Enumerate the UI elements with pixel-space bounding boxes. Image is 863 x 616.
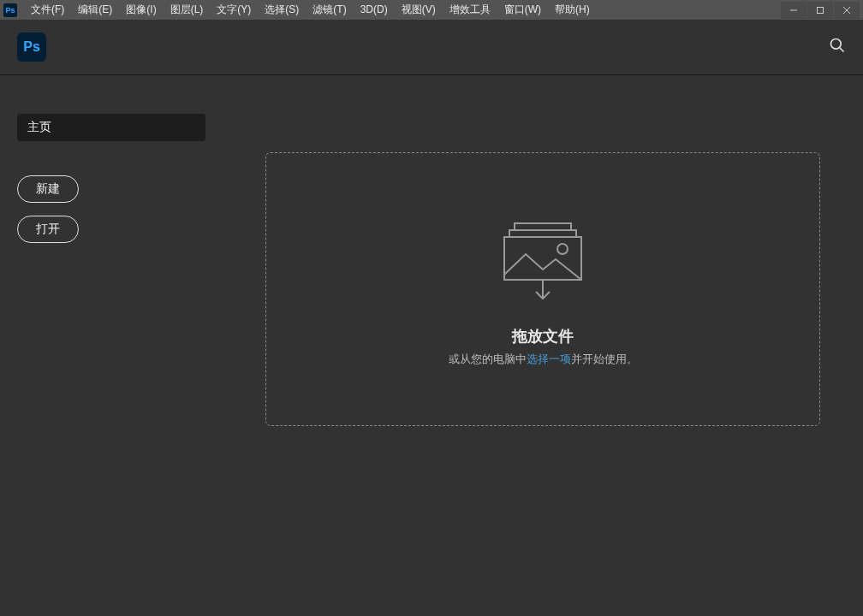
window-controls: [780, 2, 860, 19]
menu-window[interactable]: 窗口(W): [497, 0, 548, 20]
app-icon: Ps: [3, 3, 17, 17]
svg-rect-1: [818, 7, 824, 13]
ps-logo[interactable]: Ps: [17, 33, 46, 62]
close-icon: [842, 6, 851, 15]
app-header: Ps: [0, 20, 863, 75]
svg-rect-7: [509, 230, 576, 237]
minimize-button[interactable]: [781, 2, 806, 19]
drop-title: 拖放文件: [512, 326, 574, 346]
drop-zone[interactable]: 拖放文件 或从您的电脑中选择一项并开始使用。: [265, 152, 820, 426]
maximize-button[interactable]: [807, 2, 833, 19]
menu-3d[interactable]: 3D(D): [354, 0, 395, 20]
menu-edit[interactable]: 编辑(E): [71, 0, 119, 20]
main-content: 拖放文件 或从您的电脑中选择一项并开始使用。: [223, 75, 863, 616]
search-icon: [829, 37, 846, 54]
search-button[interactable]: [829, 37, 846, 57]
menu-layer[interactable]: 图层(L): [164, 0, 211, 20]
new-button[interactable]: 新建: [17, 175, 79, 203]
svg-rect-6: [515, 223, 571, 230]
drop-sub-prefix: 或从您的电脑中: [449, 352, 527, 365]
open-button[interactable]: 打开: [17, 216, 79, 243]
drop-subtitle: 或从您的电脑中选择一项并开始使用。: [449, 352, 638, 367]
minimize-icon: [789, 6, 798, 15]
svg-point-4: [831, 39, 842, 50]
menu-filter[interactable]: 滤镜(T): [306, 0, 353, 20]
svg-rect-8: [504, 237, 581, 280]
select-file-link[interactable]: 选择一项: [527, 352, 571, 365]
svg-point-9: [557, 244, 568, 254]
close-button[interactable]: [834, 2, 860, 19]
maximize-icon: [816, 6, 824, 15]
title-bar: Ps 文件(F) 编辑(E) 图像(I) 图层(L) 文字(Y) 选择(S) 滤…: [0, 0, 863, 20]
drop-sub-suffix: 并开始使用。: [571, 352, 638, 365]
body-area: 主页 新建 打开 拖放文件 或从您的电脑中选择一项并开始使用。: [0, 75, 863, 616]
svg-line-5: [840, 48, 844, 52]
sidebar: 主页 新建 打开: [0, 75, 223, 616]
home-tab[interactable]: 主页: [17, 114, 205, 141]
menu-select[interactable]: 选择(S): [258, 0, 306, 20]
drop-image-icon: [496, 211, 590, 309]
menu-image[interactable]: 图像(I): [119, 0, 163, 20]
menu-plugins[interactable]: 增效工具: [443, 0, 497, 20]
menu-file[interactable]: 文件(F): [24, 0, 71, 20]
menu-help[interactable]: 帮助(H): [548, 0, 597, 20]
menu-view[interactable]: 视图(V): [395, 0, 443, 20]
menu-type[interactable]: 文字(Y): [210, 0, 258, 20]
menu-bar: 文件(F) 编辑(E) 图像(I) 图层(L) 文字(Y) 选择(S) 滤镜(T…: [24, 0, 597, 20]
